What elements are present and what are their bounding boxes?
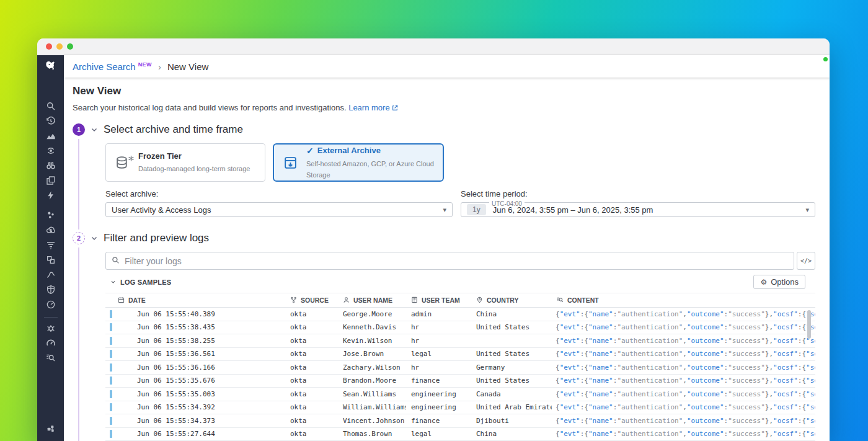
chevron-down-icon[interactable]	[91, 126, 98, 133]
breadcrumb-separator-icon: ›	[158, 61, 161, 72]
new-badge: NEW	[138, 61, 152, 68]
events-icon[interactable]	[46, 190, 56, 200]
cell-country: Canada	[471, 390, 552, 398]
search-icon[interactable]	[46, 101, 56, 111]
cell-country: United Arab Emirates	[471, 403, 552, 411]
cell-user-name: George.Moore	[338, 310, 406, 318]
table-row[interactable]: Jun 06 15:55:34.373 okta Vincent.Johnson…	[105, 414, 815, 428]
table-body: Jun 06 15:55:40.389 okta George.Moore ad…	[105, 308, 815, 441]
table-row[interactable]: Jun 06 15:55:36.561 okta Jose.Brown lega…	[105, 348, 815, 362]
cell-user-team: hr	[406, 337, 471, 345]
log-status-bar	[110, 390, 112, 398]
table-row[interactable]: Jun 06 15:55:38.255 okta Kevin.Wilson hr…	[105, 334, 815, 348]
external-link-icon	[392, 104, 398, 113]
row-status-cell	[105, 350, 132, 358]
learn-more-link[interactable]: Learn more	[348, 103, 397, 112]
binoculars-icon[interactable]	[46, 161, 56, 171]
cell-user-name: Jose.Brown	[338, 350, 406, 358]
window-titlebar	[37, 38, 830, 55]
row-status-cell	[105, 323, 132, 331]
table-row[interactable]: Jun 06 15:55:40.389 okta George.Moore ad…	[105, 308, 815, 321]
bug-tracking-icon[interactable]	[46, 323, 56, 333]
cell-content: {"evt":{"name":"authentication","outcome…	[552, 363, 815, 372]
code-view-toggle-button[interactable]: </>	[797, 252, 815, 270]
column-header-user-name[interactable]: USER NAME	[338, 296, 406, 305]
cell-user-team: finance	[406, 376, 471, 385]
cell-user-name: William.Williams	[338, 403, 406, 411]
frozen-tier-database-icon	[115, 155, 130, 171]
main-panel: Archive Search NEW › New View New View S…	[64, 55, 830, 441]
frozen-tier-card[interactable]: Frozen Tier Datadog-managed long-term st…	[105, 143, 265, 182]
subtitle-text: Search your historical log data and buil…	[73, 103, 347, 112]
step-2-section: 2 Filter and preview logs </>	[73, 232, 815, 441]
table-row[interactable]: Jun 06 15:55:35.003 okta Sean.Williams e…	[105, 388, 815, 401]
security-icon[interactable]	[46, 285, 56, 295]
sidebar-nav	[37, 55, 64, 441]
cell-country: United States	[471, 376, 552, 385]
external-archive-icon	[283, 155, 298, 171]
watchdog-icon[interactable]	[46, 146, 56, 156]
page-title: New View	[73, 85, 815, 97]
processes-icon[interactable]	[46, 210, 56, 220]
table-vertical-scrollbar[interactable]	[807, 310, 811, 339]
window-scrollbar[interactable]	[824, 65, 828, 441]
external-archive-card[interactable]: ✓ External Archive Self-hosted Amazon, G…	[273, 143, 444, 182]
log-filter-field[interactable]	[105, 252, 794, 270]
traces-icon[interactable]	[46, 270, 56, 280]
column-header-content[interactable]: CONTENT	[552, 296, 815, 305]
column-header-source[interactable]: SOURCE	[285, 296, 338, 305]
time-select-group: Select time period: UTC-04:00 1y Jun 6, …	[461, 189, 815, 217]
cell-source: okta	[285, 323, 338, 331]
cell-user-name: Kevin.Wilson	[338, 337, 406, 345]
breadcrumb-archive-search-link[interactable]: Archive Search	[73, 61, 136, 72]
options-button-label: Options	[771, 277, 799, 287]
options-button[interactable]: ⚙ Options	[753, 275, 805, 289]
log-filter-input[interactable]	[125, 256, 788, 266]
plugins-icon[interactable]	[46, 424, 56, 434]
row-status-cell	[105, 430, 132, 438]
team-document-icon	[411, 296, 418, 305]
column-header-user-team[interactable]: USER TEAM	[406, 296, 471, 305]
minimize-window-button[interactable]	[56, 43, 63, 50]
performance-icon[interactable]	[46, 338, 56, 348]
table-row[interactable]: Jun 06 15:55:27.644 okta Thomas.Brown le…	[105, 428, 815, 441]
external-archive-description: Self-hosted Amazon, GCP, or Azure Cloud …	[306, 160, 434, 179]
cell-source: okta	[285, 350, 338, 358]
cell-user-team: finance	[406, 417, 471, 425]
maximize-window-button[interactable]	[67, 43, 73, 50]
history-icon[interactable]	[46, 116, 56, 126]
archive-select-dropdown[interactable]: User Activity & Access Logs ▾	[105, 202, 453, 217]
cell-content: {"evt":{"name":"authentication","outcome…	[552, 310, 815, 318]
log-samples-toggle[interactable]: LOG SAMPLES	[110, 278, 171, 286]
datadog-logo-icon[interactable]	[44, 60, 58, 76]
table-row[interactable]: Jun 06 15:55:35.676 okta Brandon.Moore f…	[105, 375, 815, 388]
archive-and-time-selects: Select archive: User Activity & Access L…	[105, 189, 815, 217]
cell-user-team: engineering	[406, 390, 471, 398]
log-explorer-icon[interactable]	[46, 353, 56, 363]
close-window-button[interactable]	[46, 43, 52, 50]
cloud-cost-icon[interactable]	[46, 225, 56, 235]
log-pipelines-icon[interactable]	[46, 240, 56, 250]
table-row[interactable]: Jun 06 15:55:36.166 okta Zachary.Wilson …	[105, 361, 815, 375]
page-subtitle: Search your historical log data and buil…	[73, 103, 815, 113]
metrics-icon[interactable]	[46, 131, 56, 141]
cell-user-team: engineering	[406, 403, 471, 411]
log-status-bar	[110, 363, 112, 372]
column-header-date[interactable]: DATE	[105, 296, 285, 305]
log-samples-table: DATE SOURCE USER NAME	[105, 293, 815, 441]
check-icon: ✓	[306, 146, 314, 156]
step-2-header[interactable]: 2 Filter and preview logs	[73, 232, 815, 244]
cell-country: United States	[471, 350, 552, 358]
service-gauge-icon[interactable]	[46, 300, 56, 310]
integrations-icon[interactable]	[46, 176, 56, 185]
chevron-down-icon[interactable]	[91, 234, 98, 242]
cell-user-team: admin	[406, 310, 471, 318]
cell-country: Germany	[471, 363, 552, 372]
software-catalog-icon[interactable]	[46, 255, 56, 265]
table-row[interactable]: Jun 06 15:55:34.392 okta William.William…	[105, 401, 815, 415]
column-header-country[interactable]: COUNTRY	[471, 296, 552, 305]
row-status-cell	[105, 417, 132, 425]
cell-date: Jun 06 15:55:38.255	[132, 337, 285, 345]
step-1-header[interactable]: 1 Select archive and time frame	[73, 123, 815, 136]
table-row[interactable]: Jun 06 15:55:38.435 okta Kenneth.Davis h…	[105, 321, 815, 335]
